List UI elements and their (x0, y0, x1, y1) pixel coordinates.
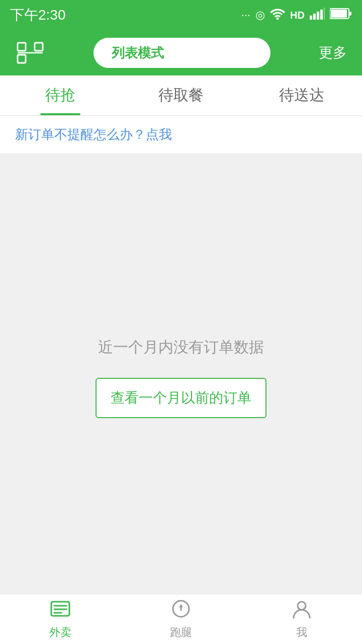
bottom-nav: 外卖 跑腿 我 (0, 594, 362, 644)
errands-icon (170, 599, 192, 622)
svg-rect-1 (310, 16, 312, 20)
svg-point-20 (298, 602, 306, 610)
signal-dots-icon: ··· (241, 9, 250, 22)
tab-pending-delivery[interactable]: 待送达 (241, 75, 362, 115)
svg-rect-3 (317, 12, 319, 20)
errands-label: 跑腿 (170, 625, 192, 640)
view-more-button[interactable]: 查看一个月以前的订单 (96, 378, 266, 418)
takeout-icon (49, 599, 71, 622)
status-bar: 下午2:30 ··· ◎ HD (0, 0, 362, 30)
notification-text[interactable]: 新订单不提醒怎么办？点我 (15, 127, 172, 142)
hd-badge: HD (290, 10, 305, 21)
svg-rect-4 (320, 10, 323, 20)
scan-icon[interactable] (15, 40, 45, 65)
svg-rect-7 (331, 10, 347, 18)
bottom-nav-takeout[interactable]: 外卖 (0, 594, 121, 644)
status-time: 下午2:30 (10, 6, 66, 25)
me-label: 我 (296, 625, 307, 640)
svg-rect-10 (35, 43, 43, 51)
empty-message: 近一个月内没有订单数据 (98, 337, 264, 358)
svg-rect-9 (18, 43, 26, 51)
tab-bar: 待抢 待取餐 待送达 (0, 75, 362, 116)
svg-rect-5 (324, 8, 325, 20)
bottom-nav-errands[interactable]: 跑腿 (121, 594, 241, 644)
status-icons: ··· ◎ HD (241, 8, 352, 23)
me-icon (291, 599, 313, 622)
tab-pending-grab[interactable]: 待抢 (0, 75, 121, 115)
nav-bar: 列表模式 智能路径 更多 (0, 30, 362, 75)
battery-icon (330, 8, 352, 23)
takeout-label: 外卖 (49, 625, 71, 640)
signal-bars-icon (310, 8, 325, 23)
smart-path-button[interactable]: 智能路径 (182, 38, 270, 68)
main-content: 近一个月内没有订单数据 查看一个月以前的订单 (0, 154, 362, 601)
notification-banner[interactable]: 新订单不提醒怎么办？点我 (0, 116, 362, 154)
mode-toggle[interactable]: 列表模式 智能路径 (94, 38, 270, 68)
more-button[interactable]: 更多 (319, 43, 347, 62)
svg-rect-8 (349, 12, 351, 16)
tab-pending-pickup[interactable]: 待取餐 (121, 75, 241, 115)
svg-rect-11 (18, 55, 26, 63)
list-mode-button[interactable]: 列表模式 (94, 38, 182, 68)
headphone-icon: ◎ (255, 9, 265, 22)
svg-rect-2 (313, 14, 316, 20)
bottom-nav-me[interactable]: 我 (241, 594, 362, 644)
svg-point-0 (277, 18, 279, 20)
wifi-icon (270, 8, 285, 23)
